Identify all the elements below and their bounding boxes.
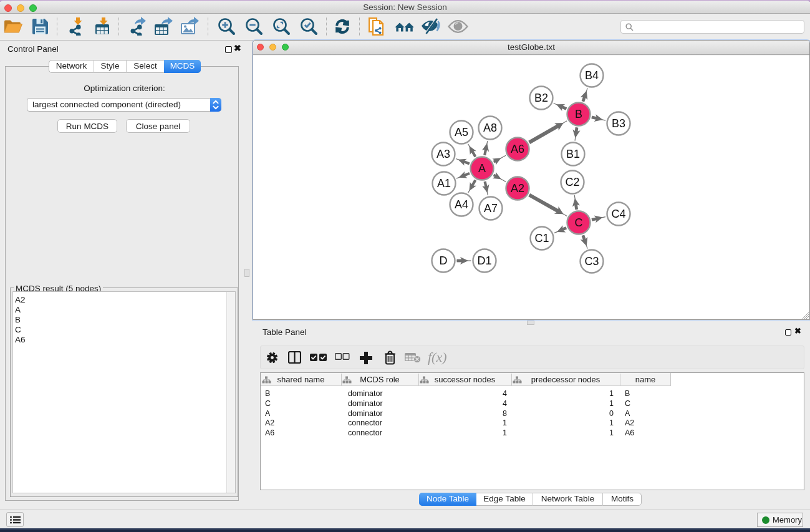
svg-text:C4: C4: [611, 208, 625, 220]
svg-text:D1: D1: [477, 254, 491, 267]
svg-text:C1: C1: [534, 232, 549, 244]
svg-text:A1: A1: [437, 177, 451, 190]
svg-text:A8: A8: [483, 122, 497, 134]
svg-text:A3: A3: [436, 148, 450, 160]
svg-text:A5: A5: [455, 126, 468, 138]
svg-text:A2: A2: [511, 182, 524, 195]
svg-text:A4: A4: [455, 198, 468, 211]
svg-text:A: A: [478, 162, 486, 175]
svg-text:A6: A6: [511, 143, 524, 155]
svg-text:C2: C2: [565, 176, 579, 188]
svg-text:C: C: [575, 216, 583, 229]
svg-text:C3: C3: [584, 255, 599, 268]
svg-text:B3: B3: [612, 117, 625, 130]
svg-text:D: D: [440, 254, 448, 267]
svg-text:B: B: [575, 108, 582, 120]
svg-text:B1: B1: [566, 148, 580, 160]
svg-text:B2: B2: [534, 92, 548, 104]
svg-text:A7: A7: [484, 202, 498, 215]
svg-text:B4: B4: [585, 69, 599, 82]
